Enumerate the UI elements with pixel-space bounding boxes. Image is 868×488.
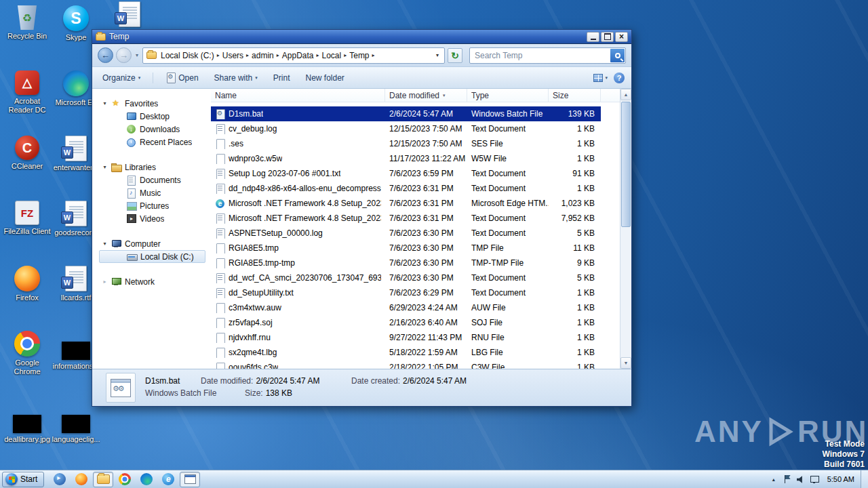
address-bar[interactable]: Local Disk (C:)▸Users▸admin▸AppData▸Loca… bbox=[142, 47, 445, 64]
file-name: oouv6fds.c3w bbox=[229, 363, 278, 369]
word-icon bbox=[65, 136, 87, 161]
sidebar-item-libraries[interactable]: ▾Libraries bbox=[99, 161, 211, 174]
file-row[interactable]: .ses12/15/2023 7:50 AMSES File1 KB bbox=[211, 136, 601, 151]
title-bar[interactable]: Temp bbox=[92, 30, 631, 44]
taskbar-button-microsoft-edge[interactable] bbox=[136, 472, 157, 487]
desktop-icon-ccleaner[interactable]: CCleaner bbox=[3, 136, 52, 201]
search-icon[interactable] bbox=[610, 49, 625, 62]
volume-icon[interactable] bbox=[795, 474, 806, 485]
address-dropdown-icon[interactable] bbox=[434, 52, 441, 58]
column-header-name[interactable]: Name bbox=[211, 89, 385, 102]
file-row[interactable]: Microsoft .NET Framework 4.8 Setup_20230… bbox=[211, 211, 601, 226]
scroll-down-icon[interactable] bbox=[620, 357, 631, 369]
breadcrumb-segment[interactable]: Temp bbox=[347, 51, 371, 60]
column-header-size[interactable]: Size bbox=[549, 89, 601, 102]
file-row[interactable]: D1sm.bat2/6/2024 5:47 AMWindows Batch Fi… bbox=[211, 106, 601, 121]
share-with-menu[interactable]: Share with bbox=[211, 71, 261, 85]
taskbar-button-windows-explorer[interactable] bbox=[93, 472, 113, 487]
action-center-flag-icon[interactable] bbox=[782, 474, 793, 485]
file-row[interactable]: njdvxhff.rnu9/27/2022 11:43 PMRNU File1 … bbox=[211, 330, 601, 345]
desktop-icon-acrobat-reader[interactable]: Acrobat Reader DC bbox=[3, 70, 52, 136]
sidebar-item-local-disk-c[interactable]: Local Disk (C:) bbox=[99, 250, 205, 263]
file-row[interactable]: dd_wcf_CA_smci_20230706_173047_693.txt7/… bbox=[211, 270, 601, 285]
recent-pages-dropdown-icon[interactable] bbox=[134, 52, 140, 58]
file-row[interactable]: dd_ndp48-x86-x64-allos-enu_decompression… bbox=[211, 181, 601, 196]
forward-button[interactable] bbox=[116, 47, 132, 63]
close-button[interactable] bbox=[615, 32, 628, 42]
breadcrumb-segment[interactable]: Users bbox=[220, 51, 245, 60]
sidebar-item-desktop[interactable]: Desktop bbox=[99, 110, 211, 123]
vertical-scrollbar[interactable] bbox=[620, 89, 631, 369]
sidebar-item-recent-places[interactable]: Recent Places bbox=[99, 136, 211, 148]
file-name: ASPNETSetup_00000.log bbox=[229, 228, 323, 238]
breadcrumb-segment[interactable]: Local bbox=[320, 51, 344, 60]
desktop-column-left: Recycle BinAcrobat Reader DCCCleanerFile… bbox=[3, 0, 52, 480]
breadcrumb-segment[interactable]: AppData bbox=[280, 51, 316, 60]
file-row[interactable]: oouv6fds.c3w2/18/2022 1:05 PMC3W File1 K… bbox=[211, 360, 601, 369]
taskbar-button-google-chrome[interactable] bbox=[115, 472, 135, 487]
network-icon[interactable] bbox=[809, 474, 820, 485]
file-row[interactable]: dd_SetupUtility.txt7/6/2023 6:29 PMText … bbox=[211, 285, 601, 300]
sidebar-item-music[interactable]: Music bbox=[99, 186, 211, 199]
help-button[interactable] bbox=[614, 73, 625, 83]
file-row[interactable]: ASPNETSetup_00000.log7/6/2023 6:30 PMTex… bbox=[211, 226, 601, 241]
show-desktop-button[interactable] bbox=[861, 470, 868, 488]
print-button[interactable]: Print bbox=[270, 71, 294, 85]
file-date-modified: 2/6/2024 5:47 AM bbox=[385, 109, 467, 119]
refresh-button[interactable] bbox=[448, 48, 462, 63]
clock[interactable]: 5:50 AM bbox=[821, 475, 861, 483]
sidebar-item-videos[interactable]: Videos bbox=[99, 212, 211, 225]
scroll-up-icon[interactable] bbox=[620, 89, 631, 100]
details-label: Size: bbox=[245, 388, 263, 398]
file-row[interactable]: RGIA8E5.tmp7/6/2023 6:30 PMTMP File11 KB bbox=[211, 241, 601, 256]
libraries-icon bbox=[111, 163, 121, 171]
organize-menu[interactable]: Organize bbox=[99, 71, 144, 85]
sidebar-item-label: Recent Places bbox=[140, 138, 192, 147]
file-row[interactable]: RGIA8E5.tmp-tmp7/6/2023 6:30 PMTMP-TMP F… bbox=[211, 256, 601, 270]
change-view-button[interactable] bbox=[593, 74, 608, 82]
text-file-icon bbox=[215, 124, 225, 134]
scrollbar-thumb[interactable] bbox=[621, 102, 631, 227]
new-folder-button[interactable]: New folder bbox=[302, 71, 347, 85]
taskbar-button-temp-window-task[interactable] bbox=[180, 472, 200, 487]
taskbar-button-internet-explorer[interactable] bbox=[158, 472, 178, 487]
file-row[interactable]: wdnpro3c.w5w11/17/2023 11:22 AMW5W File1… bbox=[211, 151, 601, 166]
column-header-date-modified[interactable]: Date modified bbox=[385, 89, 467, 102]
open-button[interactable]: Open bbox=[162, 70, 201, 85]
start-button[interactable]: Start bbox=[2, 472, 44, 487]
desktop-icon-google-chrome[interactable]: Google Chrome bbox=[3, 331, 52, 396]
desktop-icon-filezilla[interactable]: FileZilla Client bbox=[3, 201, 52, 266]
file-row[interactable]: zr5vfap4.soj2/16/2023 6:40 AMSOJ File1 K… bbox=[211, 315, 601, 330]
desktop-icon-recycle-bin[interactable]: Recycle Bin bbox=[3, 5, 52, 70]
sidebar-item-pictures[interactable]: Pictures bbox=[99, 199, 211, 212]
sidebar-item-label: Network bbox=[125, 277, 155, 287]
sidebar-item-downloads[interactable]: Downloads bbox=[99, 123, 211, 136]
file-row[interactable]: c3m4xtwv.auw6/29/2023 4:24 AMAUW File1 K… bbox=[211, 300, 601, 315]
back-button[interactable] bbox=[98, 47, 113, 63]
hidden-icons-icon[interactable] bbox=[768, 474, 779, 485]
taskbar-button-firefox[interactable] bbox=[71, 472, 92, 487]
file-row[interactable]: Microsoft .NET Framework 4.8 Setup_20230… bbox=[211, 196, 601, 211]
column-header-type[interactable]: Type bbox=[467, 89, 549, 102]
sidebar-item-favorites[interactable]: ▾Favorites bbox=[99, 97, 211, 110]
sidebar-item-computer[interactable]: ▾Computer bbox=[99, 237, 211, 250]
windows-media-player-icon bbox=[54, 473, 66, 485]
breadcrumb-segment[interactable]: Local Disk (C:) bbox=[159, 51, 216, 60]
sidebar-item-network[interactable]: ▸Network bbox=[99, 275, 211, 288]
maximize-button[interactable] bbox=[601, 32, 614, 42]
taskbar-button-windows-media-player[interactable] bbox=[50, 472, 70, 487]
search-box[interactable] bbox=[469, 47, 626, 64]
file-type: Text Document bbox=[467, 288, 549, 298]
file-size: 1 KB bbox=[549, 348, 601, 357]
sidebar-item-documents[interactable]: Documents bbox=[99, 174, 211, 186]
file-row[interactable]: Setup Log 2023-07-06 #001.txt7/6/2023 6:… bbox=[211, 166, 601, 181]
desktop-icon-firefox[interactable]: Firefox bbox=[3, 266, 52, 331]
breadcrumb-segment[interactable]: admin bbox=[250, 51, 276, 60]
file-row[interactable]: cv_debug.log12/15/2023 7:50 AMText Docum… bbox=[211, 121, 601, 136]
desktop-icon-label: languageclig... bbox=[52, 435, 100, 444]
open-label: Open bbox=[178, 73, 198, 83]
search-input[interactable] bbox=[470, 51, 625, 60]
minimize-button[interactable] bbox=[587, 32, 599, 42]
file-type: Text Document bbox=[467, 169, 549, 178]
file-row[interactable]: sx2qme4t.lbg5/18/2022 1:59 AMLBG File1 K… bbox=[211, 345, 601, 360]
